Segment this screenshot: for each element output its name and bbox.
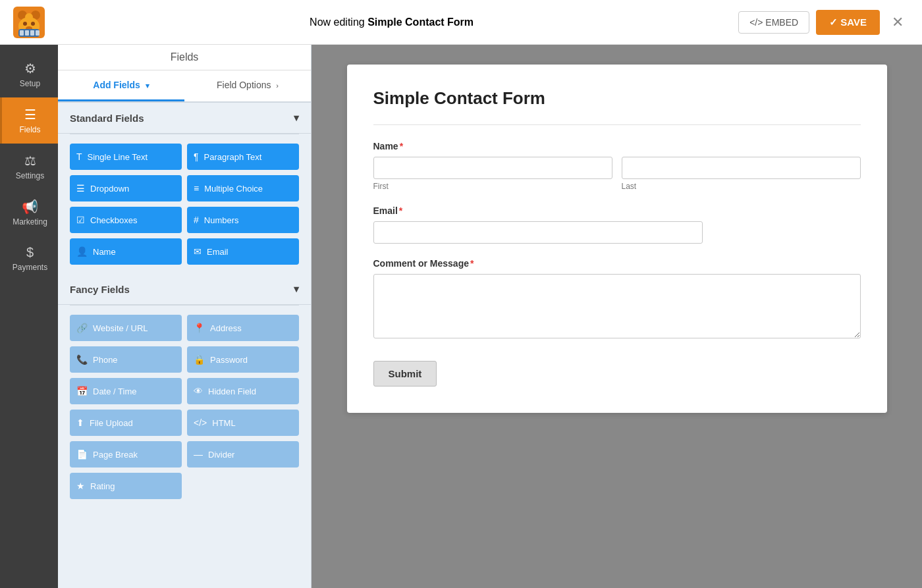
sidebar-item-setup[interactable]: ⚙ Setup bbox=[0, 51, 58, 97]
paragraph-text-label: Paragraph Text bbox=[204, 152, 262, 162]
html-label: HTML bbox=[212, 418, 235, 428]
name-last-label: Last bbox=[622, 182, 861, 191]
name-field-label: Name* bbox=[373, 141, 861, 151]
fancy-fields-label: Fancy Fields bbox=[70, 284, 130, 295]
email-field-label: Email* bbox=[373, 205, 861, 216]
field-btn-name[interactable]: 👤 Name bbox=[70, 238, 182, 265]
email-input[interactable] bbox=[373, 221, 703, 244]
hidden-field-label: Hidden Field bbox=[208, 387, 256, 396]
field-btn-html[interactable]: </> HTML bbox=[187, 410, 299, 436]
payments-icon: $ bbox=[26, 245, 34, 260]
comment-field-label: Comment or Message* bbox=[373, 258, 861, 269]
svg-rect-11 bbox=[30, 30, 34, 36]
tab-field-options[interactable]: Field Options › bbox=[184, 70, 311, 101]
form-preview: Simple Contact Form Name* First Last bbox=[347, 65, 887, 413]
phone-label: Phone bbox=[93, 355, 118, 365]
svg-point-7 bbox=[25, 13, 33, 21]
field-btn-single-line-text[interactable]: T Single Line Text bbox=[70, 144, 182, 170]
datetime-label: Date / Time bbox=[93, 387, 136, 396]
dropdown-label: Dropdown bbox=[90, 184, 129, 194]
divider-icon: — bbox=[194, 449, 203, 460]
form-field-name: Name* First Last bbox=[373, 141, 861, 191]
sidebar-item-fields[interactable]: ☰ Fields bbox=[0, 97, 58, 144]
website-label: Website / URL bbox=[93, 323, 148, 333]
field-btn-phone[interactable]: 📞 Phone bbox=[70, 346, 182, 373]
embed-button[interactable]: </> EMBED bbox=[738, 11, 809, 34]
tab-add-fields-label: Add Fields bbox=[93, 80, 140, 90]
sidebar-item-marketing[interactable]: 📢 Marketing bbox=[0, 190, 58, 236]
field-btn-hidden-field[interactable]: 👁 Hidden Field bbox=[187, 378, 299, 404]
tabs-row: Add Fields ▾ Field Options › bbox=[58, 70, 311, 103]
email-label: Email bbox=[207, 247, 229, 257]
name-label: Name bbox=[93, 247, 116, 257]
fancy-fields-section[interactable]: Fancy Fields ▾ bbox=[58, 274, 311, 305]
name-first-col: First bbox=[373, 157, 612, 191]
fancy-fields-grid: 🔗 Website / URL 📍 Address 📞 Phone 🔒 Pass… bbox=[58, 306, 311, 508]
topbar: Now editing Simple Contact Form </> EMBE… bbox=[0, 0, 922, 45]
numbers-icon: # bbox=[194, 215, 199, 225]
form-field-email: Email* bbox=[373, 205, 861, 244]
sidebar-label-setup: Setup bbox=[20, 79, 40, 88]
submit-button[interactable]: Submit bbox=[373, 361, 437, 387]
fields-panel: Fields Add Fields ▾ Field Options › Stan… bbox=[58, 45, 312, 588]
field-btn-numbers[interactable]: # Numbers bbox=[187, 207, 299, 233]
tab-field-options-label: Field Options bbox=[217, 80, 271, 90]
html-icon: </> bbox=[194, 417, 207, 428]
topbar-title: Now editing Simple Contact Form bbox=[310, 16, 474, 28]
comment-textarea[interactable] bbox=[373, 274, 861, 338]
field-btn-datetime[interactable]: 📅 Date / Time bbox=[70, 378, 182, 404]
name-first-label: First bbox=[373, 182, 612, 191]
dropdown-icon: ☰ bbox=[76, 183, 85, 194]
field-btn-page-break[interactable]: 📄 Page Break bbox=[70, 441, 182, 468]
form-field-comment: Comment or Message* bbox=[373, 258, 861, 341]
close-button[interactable]: ✕ bbox=[886, 11, 909, 34]
sidebar-label-settings: Settings bbox=[16, 171, 44, 180]
marketing-icon: 📢 bbox=[22, 199, 38, 215]
website-icon: 🔗 bbox=[76, 323, 88, 333]
name-last-input[interactable] bbox=[622, 157, 861, 179]
svg-point-4 bbox=[23, 22, 27, 26]
address-icon: 📍 bbox=[194, 323, 205, 333]
name-first-input[interactable] bbox=[373, 157, 612, 179]
fields-panel-header: Fields bbox=[58, 45, 311, 70]
field-btn-dropdown[interactable]: ☰ Dropdown bbox=[70, 175, 182, 201]
svg-rect-12 bbox=[36, 30, 40, 36]
field-btn-rating[interactable]: ★ Rating bbox=[70, 473, 182, 499]
checkboxes-label: Checkboxes bbox=[90, 215, 138, 225]
topbar-left bbox=[13, 7, 45, 38]
name-last-col: Last bbox=[622, 157, 861, 191]
add-fields-chevron: ▾ bbox=[146, 82, 149, 90]
sidebar-label-fields: Fields bbox=[19, 125, 40, 134]
field-btn-multiple-choice[interactable]: ≡ Multiple Choice bbox=[187, 175, 299, 201]
rating-icon: ★ bbox=[76, 481, 85, 491]
field-btn-email[interactable]: ✉ Email bbox=[187, 238, 299, 265]
save-button[interactable]: ✓ SAVE bbox=[816, 10, 880, 35]
field-btn-checkboxes[interactable]: ☑ Checkboxes bbox=[70, 207, 182, 233]
field-btn-divider[interactable]: — Divider bbox=[187, 441, 299, 468]
tab-add-fields[interactable]: Add Fields ▾ bbox=[58, 70, 184, 101]
page-break-icon: 📄 bbox=[76, 449, 88, 460]
field-btn-paragraph-text[interactable]: ¶ Paragraph Text bbox=[187, 144, 299, 170]
sidebar-item-payments[interactable]: $ Payments bbox=[0, 236, 58, 281]
standard-fields-section[interactable]: Standard Fields ▾ bbox=[58, 103, 311, 134]
svg-rect-10 bbox=[25, 30, 29, 36]
paragraph-text-icon: ¶ bbox=[194, 151, 199, 162]
email-icon: ✉ bbox=[194, 246, 202, 257]
form-divider bbox=[373, 124, 861, 125]
field-btn-password[interactable]: 🔒 Password bbox=[187, 346, 299, 373]
hidden-field-icon: 👁 bbox=[194, 386, 203, 396]
app-logo bbox=[13, 7, 45, 38]
field-btn-file-upload[interactable]: ⬆ File Upload bbox=[70, 410, 182, 436]
divider-label: Divider bbox=[208, 450, 234, 460]
sidebar-item-settings[interactable]: ⚖ Settings bbox=[0, 144, 58, 190]
field-btn-website-url[interactable]: 🔗 Website / URL bbox=[70, 315, 182, 341]
password-label: Password bbox=[210, 355, 248, 365]
required-star-name: * bbox=[400, 141, 403, 151]
field-btn-address[interactable]: 📍 Address bbox=[187, 315, 299, 341]
required-star-comment: * bbox=[470, 258, 474, 269]
svg-rect-9 bbox=[20, 30, 24, 36]
form-title: Simple Contact Form bbox=[373, 88, 861, 109]
preview-area: Simple Contact Form Name* First Last bbox=[312, 45, 922, 588]
sidebar-label-payments: Payments bbox=[13, 263, 47, 272]
standard-fields-chevron: ▾ bbox=[294, 112, 299, 124]
